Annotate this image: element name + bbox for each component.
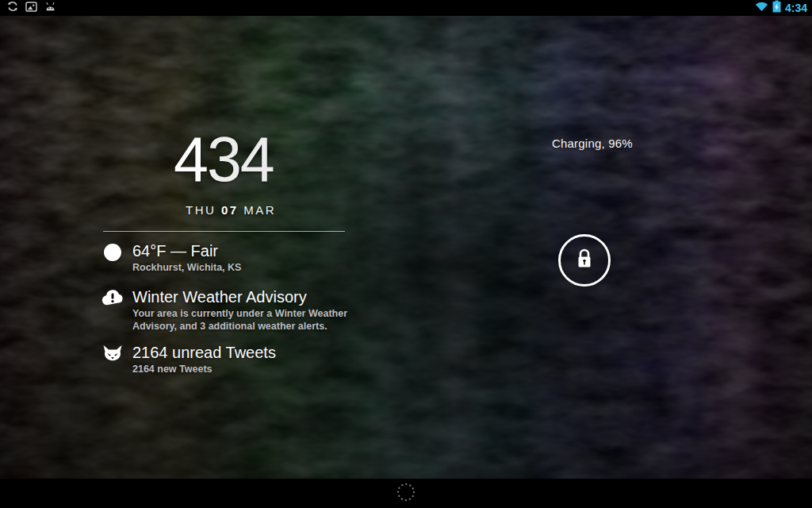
tweets-body: 2164 new Tweets bbox=[132, 364, 276, 376]
gallery-icon bbox=[25, 1, 37, 15]
weather-clear-circle-icon bbox=[102, 243, 124, 261]
charging-status: Charging, 96% bbox=[552, 137, 633, 150]
tweets-title: 2164 unread Tweets bbox=[132, 343, 276, 362]
extension-tweets[interactable]: 2164 unread Tweets 2164 new Tweets bbox=[102, 343, 276, 376]
widget-divider bbox=[103, 231, 345, 232]
status-bar-clock: 4:34 bbox=[785, 0, 807, 16]
date-weekday: THU bbox=[186, 203, 216, 217]
wifi-icon bbox=[755, 1, 768, 15]
android-usb-icon bbox=[44, 1, 56, 15]
date-month: MAR bbox=[243, 203, 276, 217]
dashclock-widget: 434 THU 07 MAR 64°F — Fair Rockhurst, Wi… bbox=[0, 16, 812, 479]
status-bar-notifications bbox=[0, 1, 56, 15]
clock[interactable]: 434 bbox=[174, 128, 274, 190]
battery-charging-icon bbox=[772, 0, 781, 16]
advisory-title: Winter Weather Advisory bbox=[132, 287, 370, 306]
weather-location: Rockhurst, Wichita, KS bbox=[132, 262, 241, 275]
clock-minutes: 34 bbox=[207, 124, 274, 194]
status-bar-system: 4:34 bbox=[755, 0, 812, 16]
status-bar: 4:34 bbox=[0, 0, 812, 16]
navigation-bar bbox=[0, 479, 812, 508]
sync-icon bbox=[7, 1, 18, 15]
unlock-handle[interactable] bbox=[558, 234, 611, 287]
date-day: 07 bbox=[221, 203, 239, 217]
cloud-alert-icon bbox=[102, 289, 124, 306]
dotted-circle-icon bbox=[395, 481, 417, 506]
extension-advisory[interactable]: Winter Weather Advisory Your area is cur… bbox=[102, 287, 370, 333]
clock-hours: 4 bbox=[174, 124, 207, 194]
falcon-bird-icon bbox=[102, 344, 124, 363]
padlock-icon bbox=[575, 248, 594, 273]
weather-title: 64°F — Fair bbox=[132, 241, 241, 260]
extension-weather[interactable]: 64°F — Fair Rockhurst, Wichita, KS bbox=[102, 241, 241, 275]
date-line: THU 07 MAR bbox=[186, 203, 276, 217]
lock-screen: 4:34 bbox=[0, 0, 812, 508]
advisory-body: Your area is currently under a Winter We… bbox=[132, 308, 370, 333]
